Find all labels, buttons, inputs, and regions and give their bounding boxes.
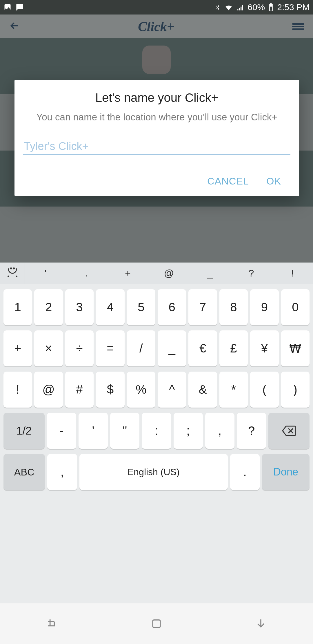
key[interactable]: : [142,413,171,449]
key[interactable]: ¥ [250,330,279,366]
suggestion-key[interactable]: ! [272,267,313,279]
key[interactable]: £ [219,330,248,366]
key[interactable]: ' [79,413,108,449]
picture-icon [3,3,12,11]
key[interactable]: % [127,372,155,408]
keyboard-row-1: 1 2 3 4 5 6 7 8 9 0 [2,289,311,325]
suggestion-key[interactable]: + [107,267,148,279]
key[interactable]: 9 [250,289,279,325]
name-device-dialog: Let's name your Click+ You can name it t… [14,80,299,196]
suggestion-key[interactable]: ? [231,267,272,279]
keyboard-row-4: 1/2 - ' " : ; , ? [2,413,311,449]
battery-icon [268,3,274,11]
backspace-key[interactable] [268,413,310,449]
wifi-icon [224,3,233,11]
key[interactable]: " [110,413,139,449]
key[interactable]: 4 [96,289,124,325]
clock-text: 2:53 PM [277,2,310,12]
key[interactable]: ; [174,413,203,449]
system-nav-bar [0,603,313,644]
home-icon[interactable] [150,617,163,630]
period-key[interactable]: . [230,454,260,490]
space-key[interactable]: English (US) [79,454,228,490]
key[interactable]: ^ [158,372,186,408]
key[interactable]: * [219,372,248,408]
key[interactable]: 6 [158,289,186,325]
key[interactable]: ₩ [281,330,310,366]
symbol-page-key[interactable]: 1/2 [3,413,45,449]
key[interactable]: 8 [219,289,248,325]
bluetooth-icon [214,3,221,11]
status-bar: 60% 2:53 PM [0,0,313,15]
key[interactable]: 7 [188,289,217,325]
key[interactable]: 0 [281,289,310,325]
key[interactable]: & [188,372,217,408]
comma-key[interactable]: , [47,454,77,490]
emoji-toggle-icon[interactable] [0,263,25,284]
key[interactable]: + [3,330,32,366]
key[interactable]: - [47,413,76,449]
suggestion-key[interactable]: @ [148,267,190,279]
suggestion-key[interactable]: ' [25,267,66,279]
signal-icon [236,3,244,11]
key[interactable]: = [96,330,124,366]
device-name-input[interactable] [23,139,290,155]
key[interactable]: 3 [65,289,94,325]
keyboard-row-2: + × ÷ = / _ € £ ¥ ₩ [2,330,311,366]
back-icon[interactable] [254,617,267,630]
key[interactable]: @ [34,372,63,408]
keyboard-row-3: ! @ # $ % ^ & * ( ) [2,372,311,408]
recents-icon[interactable] [46,617,59,630]
svg-point-0 [10,268,11,269]
soft-keyboard: ' . + @ _ ? ! 1 2 3 4 5 6 7 8 9 0 + × ÷ … [0,263,313,603]
dialog-subtitle: You can name it the location where you'l… [23,111,290,123]
done-key[interactable]: Done [262,454,310,490]
suggestion-key[interactable]: . [66,267,107,279]
key[interactable]: , [205,413,234,449]
ok-button[interactable]: OK [266,176,281,187]
key[interactable]: 5 [127,289,155,325]
svg-rect-2 [153,620,160,627]
key[interactable]: 2 [34,289,63,325]
key[interactable]: ( [250,372,279,408]
svg-point-1 [13,268,14,269]
keyboard-row-5: ABC , English (US) . Done [2,454,311,490]
key[interactable]: _ [158,330,186,366]
cancel-button[interactable]: CANCEL [207,176,249,187]
key[interactable]: / [127,330,155,366]
key[interactable]: ) [281,372,310,408]
abc-key[interactable]: ABC [3,454,45,490]
key[interactable]: × [34,330,63,366]
key[interactable]: ! [3,372,32,408]
battery-percent: 60% [248,2,265,12]
key[interactable]: # [65,372,94,408]
dialog-title: Let's name your Click+ [23,91,290,105]
key[interactable]: € [188,330,217,366]
keyboard-suggestion-row: ' . + @ _ ? ! [0,263,313,284]
key[interactable]: 1 [3,289,32,325]
suggestion-key[interactable]: _ [190,267,231,279]
key[interactable]: ÷ [65,330,94,366]
key[interactable]: $ [96,372,124,408]
key[interactable]: ? [237,413,266,449]
messages-icon [16,3,24,11]
